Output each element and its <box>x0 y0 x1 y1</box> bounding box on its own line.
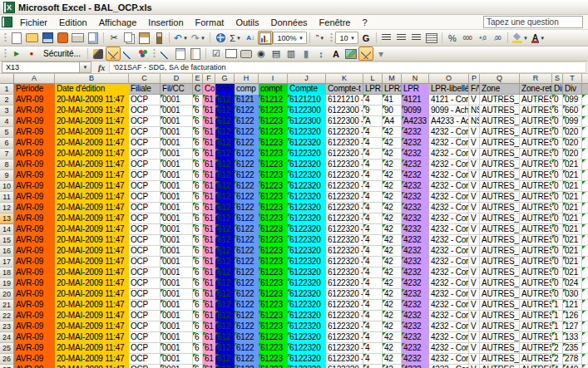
cell-N25[interactable]: 4232 <box>402 343 429 354</box>
row-header-4[interactable]: 4 <box>0 116 14 127</box>
cell-S7[interactable]: 0 <box>552 149 563 159</box>
cell-I7[interactable]: 61223 <box>259 149 288 159</box>
cell-Q23[interactable]: AUTRES_ <box>480 321 520 332</box>
cell-U27[interactable] <box>582 365 588 368</box>
column-header-N[interactable]: N <box>402 74 429 84</box>
cell-H23[interactable]: 6122 <box>235 321 259 332</box>
cell-O14[interactable]: 4232 - Con <box>429 224 469 235</box>
cell-J11[interactable]: 6122320 <box>288 192 326 203</box>
cell-G9[interactable]: 612 <box>215 170 235 181</box>
cell-I18[interactable]: 61223 <box>259 267 288 278</box>
insert-function-icon[interactable]: fx <box>98 63 105 72</box>
cell-H16[interactable]: 6122 <box>235 246 259 257</box>
cell-R4[interactable]: AUTRES_ <box>520 116 552 127</box>
cell-D10[interactable]: 0001 <box>161 181 193 192</box>
print-preview-button[interactable] <box>86 31 101 45</box>
cell-E7[interactable]: 6 <box>193 149 203 159</box>
cell-M8[interactable]: 42 <box>383 159 402 170</box>
cell-O3[interactable]: 9099 - Ach <box>429 105 469 116</box>
cell-D27[interactable]: 0001 <box>161 365 193 368</box>
visual-basic-editor-button[interactable] <box>121 47 136 61</box>
cell-M13[interactable]: 42 <box>383 213 402 224</box>
cell-C18[interactable]: OCP <box>129 267 161 278</box>
cell-H25[interactable]: 6122 <box>235 343 259 354</box>
cell-A13[interactable]: AVR-09 <box>14 213 55 224</box>
cell-F15[interactable]: 61 <box>203 235 215 246</box>
cell-D12[interactable]: 0001 <box>161 203 193 213</box>
cell-O18[interactable]: 4232 - Con <box>429 267 469 278</box>
cell-M20[interactable]: 42 <box>383 289 402 300</box>
cell-D26[interactable]: 0001 <box>161 354 193 365</box>
cell-K20[interactable]: 6122320 - <box>326 289 363 300</box>
cell-H5[interactable]: 6122 <box>235 127 259 138</box>
cell-A15[interactable]: AVR-09 <box>14 235 55 246</box>
cell-O10[interactable]: 4232 - Con <box>429 181 469 192</box>
cell-R6[interactable]: AUTRES_ <box>520 138 552 149</box>
cell-I24[interactable]: 61223 <box>259 332 288 343</box>
cell-E4[interactable]: 6 <box>193 116 203 127</box>
cell-R15[interactable]: AUTRES_ <box>520 235 552 246</box>
cell-H10[interactable]: 6122 <box>235 181 259 192</box>
cell-S21[interactable]: 1 <box>552 300 563 311</box>
cell-J26[interactable]: 6122320 <box>288 354 326 365</box>
row-header-8[interactable]: 8 <box>0 159 14 170</box>
combobox-control-button[interactable]: ▥ <box>284 47 299 61</box>
cell-R12[interactable]: AUTRES_ <box>520 203 552 213</box>
permission-button[interactable] <box>55 31 70 45</box>
cell-E1[interactable]: C <box>193 84 203 95</box>
cell-Q16[interactable]: AUTRES_ <box>480 246 520 257</box>
cell-N16[interactable]: 4232 <box>402 246 429 257</box>
cell-P1[interactable]: F/V <box>469 84 480 95</box>
image-control-button[interactable] <box>343 47 358 61</box>
cell-G23[interactable]: 612 <box>215 321 235 332</box>
name-box[interactable]: X13 <box>2 61 80 73</box>
cell-U22[interactable] <box>582 311 588 321</box>
column-header-D[interactable]: D <box>161 74 193 84</box>
cell-T24[interactable]: 133 <box>563 332 582 343</box>
cell-B13[interactable]: 20-MAI-2009 11:47 <box>55 213 129 224</box>
cell-J10[interactable]: 6122320 <box>288 181 326 192</box>
cell-R7[interactable]: AUTRES_ <box>520 149 552 159</box>
cell-Q27[interactable]: AUTRES_ <box>480 365 520 368</box>
format-painter-button[interactable] <box>151 31 166 45</box>
cell-T2[interactable]: 099 <box>563 95 582 105</box>
cell-T25[interactable]: 235 <box>563 343 582 354</box>
cell-A12[interactable]: AVR-09 <box>14 203 55 213</box>
cell-I25[interactable]: 61223 <box>259 343 288 354</box>
cell-E24[interactable]: 6 <box>193 332 203 343</box>
cell-F27[interactable]: 61 <box>203 365 215 368</box>
cell-S3[interactable]: 6 <box>552 105 563 116</box>
row-header-25[interactable]: 25 <box>0 343 14 354</box>
column-header-F[interactable]: F <box>203 74 215 84</box>
cell-D14[interactable]: 0001 <box>161 224 193 235</box>
row-header-12[interactable]: 12 <box>0 203 14 213</box>
cell-E19[interactable]: 6 <box>193 278 203 289</box>
cell-A11[interactable]: AVR-09 <box>14 192 55 203</box>
cell-H18[interactable]: 6122 <box>235 267 259 278</box>
cell-I26[interactable]: 61223 <box>259 354 288 365</box>
cell-S23[interactable]: 1 <box>552 321 563 332</box>
column-header-A[interactable]: A <box>14 74 55 84</box>
cell-B17[interactable]: 20-MAI-2009 11:47 <box>55 257 129 267</box>
cell-T1[interactable]: Div <box>563 84 582 95</box>
cell-O16[interactable]: 4232 - Con <box>429 246 469 257</box>
cell-S8[interactable]: 0 <box>552 159 563 170</box>
cell-K1[interactable]: Compte-t <box>326 84 363 95</box>
cell-G24[interactable]: 612 <box>215 332 235 343</box>
cell-N5[interactable]: 4232 <box>402 127 429 138</box>
cell-G8[interactable]: 612 <box>215 159 235 170</box>
cell-B23[interactable]: 20-MAI-2009 11:47 <box>55 321 129 332</box>
cell-C7[interactable]: OCP <box>129 149 161 159</box>
dropdown-arrow-icon[interactable]: ▼ <box>200 36 205 41</box>
row-header-16[interactable]: 16 <box>0 246 14 257</box>
cell-E15[interactable]: 6 <box>193 235 203 246</box>
cell-C9[interactable]: OCP <box>129 170 161 181</box>
cell-S25[interactable]: 2 <box>552 343 563 354</box>
cell-N1[interactable]: LPR <box>402 84 429 95</box>
cell-M11[interactable]: 42 <box>383 192 402 203</box>
print-button[interactable] <box>70 31 86 45</box>
fill-color-button[interactable]: ▼ <box>511 31 530 45</box>
cell-O20[interactable]: 4232 - Con <box>429 289 469 300</box>
name-box-dropdown-icon[interactable]: ▼ <box>80 61 91 73</box>
cell-J19[interactable]: 6122320 <box>288 278 326 289</box>
